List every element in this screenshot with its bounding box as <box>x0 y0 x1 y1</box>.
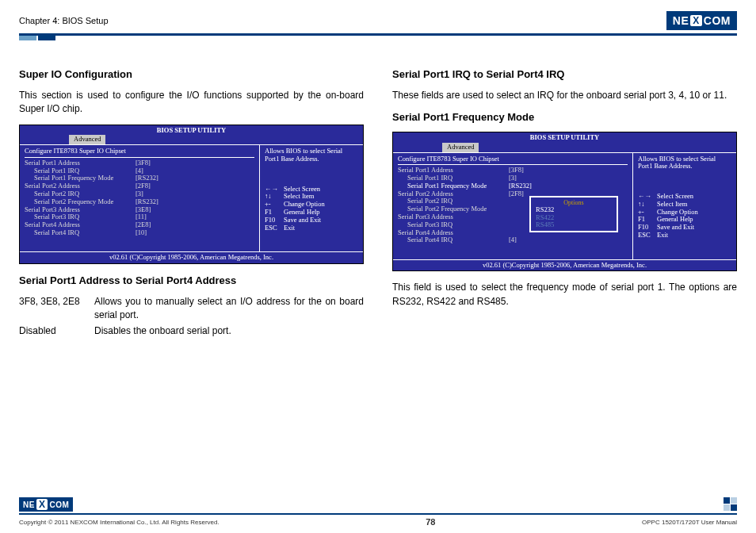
bios-chipset-title: Configure ITE8783 Super IO Chipset <box>25 148 254 155</box>
brand-logo: NE X COM <box>666 11 737 30</box>
bios-title: BIOS SETUP UTILITY <box>393 132 736 143</box>
help-key-row: F10Save and Exit <box>265 217 358 224</box>
bios-help-text: Allows BIOS to select Serial Port1 Base … <box>265 148 358 163</box>
help-key-row: ESCExit <box>265 224 358 232</box>
chapter-label: Chapter 4: BIOS Setup <box>19 16 109 25</box>
para-super-io: This section is used to configure the I/… <box>19 89 364 117</box>
bios-screenshot-2: BIOS SETUP UTILITY Advanced Configure IT… <box>392 132 737 271</box>
popup-option: RS485 <box>536 221 612 229</box>
help-key-row: ESCExit <box>638 232 731 240</box>
bios-help-text: Allows BIOS to select Serial Port1 Base … <box>638 155 731 171</box>
heading-serial-irq: Serial Port1 IRQ to Serial Port4 IRQ <box>392 67 737 82</box>
page-number: 78 <box>426 517 435 527</box>
definition-row: 3F8, 3E8, 2E8Allows you to manually sele… <box>19 295 364 323</box>
para-serial-irq: These fields are used to select an IRQ f… <box>392 89 737 102</box>
brand-logo-footer: NEXCOM <box>19 497 73 512</box>
bios-config-row: Serial Port4 IRQ[10] <box>25 229 254 237</box>
help-key-row: F10Save and Exit <box>638 224 731 232</box>
definition-row: DisabledDisables the onboard serial port… <box>19 324 364 338</box>
bios-footer: v02.61 (C)Copyright 1985-2006, American … <box>20 252 363 263</box>
manual-name: OPPC 1520T/1720T User Manual <box>642 519 737 526</box>
bios-tab-advanced: Advanced <box>69 135 105 144</box>
heading-serial-address: Serial Port1 Address to Serial Port4 Add… <box>19 274 364 289</box>
bios-chipset-title: Configure ITE8783 Super IO Chipset <box>398 155 628 163</box>
para-freq-mode: This field is used to select the frequen… <box>392 281 737 309</box>
bios-footer: v02.61 (C)Copyright 1985-2006, American … <box>393 260 736 271</box>
heading-freq-mode: Serial Port1 Frequency Mode <box>392 110 737 125</box>
bios-tab-advanced: Advanced <box>442 143 479 152</box>
bios-title: BIOS SETUP UTILITY <box>20 125 363 136</box>
copyright: Copyright © 2011 NEXCOM International Co… <box>19 519 220 526</box>
bios-screenshot-1: BIOS SETUP UTILITY Advanced Configure IT… <box>19 125 364 264</box>
bios-config-row: Serial Port4 IRQ[4] <box>398 236 628 244</box>
options-popup: OptionsRS232RS422RS485 <box>529 196 618 232</box>
heading-super-io: Super IO Configuration <box>19 67 364 82</box>
